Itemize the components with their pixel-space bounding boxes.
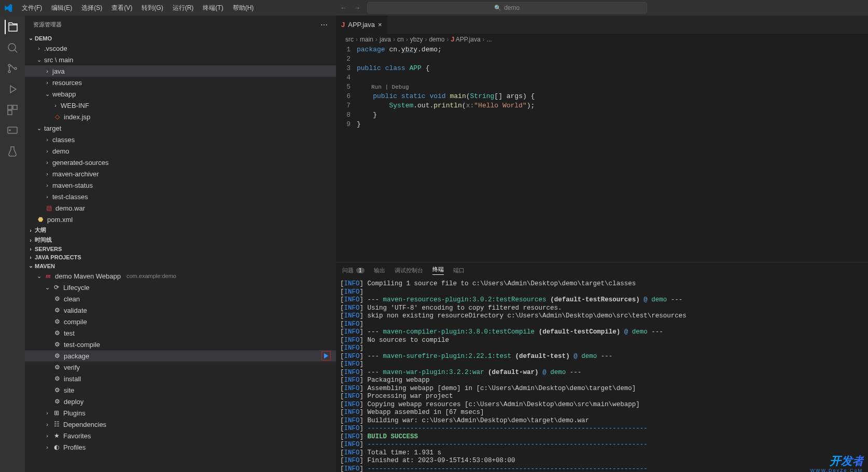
maven-favs[interactable]: ›★Favorites: [25, 430, 336, 441]
maven-phase-validate[interactable]: ⚙validate: [25, 304, 336, 316]
extensions-icon[interactable]: [5, 103, 20, 117]
xml-icon: ⬣: [36, 216, 45, 223]
section-timeline[interactable]: ›时间线: [25, 235, 336, 245]
deps-icon: ☷: [52, 421, 61, 428]
menu-goto[interactable]: 转到(G): [137, 2, 167, 15]
folder-srcmain[interactable]: ⌄src \ main: [25, 54, 336, 65]
lifecycle-icon: ⟳: [52, 284, 61, 291]
svg-rect-4: [8, 105, 12, 109]
maven-phase-package[interactable]: ⚙package: [25, 350, 336, 362]
maven-lifecycle[interactable]: ⌄⟳Lifecycle: [25, 282, 336, 293]
svg-rect-5: [13, 105, 17, 109]
breadcrumb-item[interactable]: ybzy: [410, 36, 423, 43]
folder-demo[interactable]: ›demo: [25, 145, 336, 157]
section-maven[interactable]: ⌄MAVEN: [25, 261, 336, 270]
gear-icon: ⚙: [53, 341, 61, 348]
sidebar: 资源管理器 ⋯ ⌄DEMO ›.vscode ⌄src \ main ›java…: [25, 16, 336, 472]
section-outline[interactable]: ›大纲: [25, 225, 336, 235]
maven-project[interactable]: ⌄mdemo Maven Webappcom.example:demo: [25, 270, 336, 282]
java-icon: J: [341, 21, 345, 29]
breadcrumb-item[interactable]: java: [380, 36, 391, 43]
maven-phase-compile[interactable]: ⚙compile: [25, 316, 336, 327]
menu-terminal[interactable]: 终端(T): [199, 2, 227, 15]
file-pom[interactable]: ⬣pom.xml: [25, 214, 336, 225]
debug-icon[interactable]: [5, 82, 20, 96]
gear-icon: ⚙: [53, 398, 61, 405]
maven-phase-test-compile[interactable]: ⚙test-compile: [25, 339, 336, 350]
tab-appjava[interactable]: J APP.java ×: [336, 16, 388, 34]
file-indexjsp[interactable]: ◇index.jsp: [25, 111, 336, 122]
svg-point-1: [8, 64, 10, 66]
nav-back-icon[interactable]: ←: [340, 4, 347, 12]
search-icon: 🔍: [494, 5, 501, 11]
maven-deps[interactable]: ›☷Dependencies: [25, 419, 336, 430]
folder-archiver[interactable]: ›maven-archiver: [25, 168, 336, 179]
folder-webinf[interactable]: ›WEB-INF: [25, 100, 336, 111]
star-icon: ★: [52, 432, 61, 439]
section-demo[interactable]: ⌄DEMO: [25, 34, 336, 43]
scm-icon[interactable]: [5, 61, 20, 76]
nav-forward-icon[interactable]: →: [354, 4, 361, 12]
panel-terminal[interactable]: 终端: [432, 266, 444, 275]
breadcrumb-item[interactable]: main: [360, 36, 373, 43]
folder-classes[interactable]: ›classes: [25, 134, 336, 145]
close-icon[interactable]: ×: [378, 21, 382, 29]
profile-icon: ◐: [52, 443, 61, 451]
section-servers[interactable]: ›SERVERS: [25, 245, 336, 253]
gear-icon: ⚙: [53, 352, 61, 359]
war-icon: ▤: [45, 204, 53, 212]
breadcrumb-item[interactable]: cn: [397, 36, 404, 43]
breadcrumb-item[interactable]: J APP.java: [451, 36, 480, 43]
panel-tabs: 问题1 输出 调试控制台 终端 端口: [336, 262, 868, 278]
run-button[interactable]: [321, 351, 331, 360]
menu-file[interactable]: 文件(F): [18, 2, 46, 15]
activity-bar: [0, 16, 25, 472]
folder-target[interactable]: ⌄target: [25, 122, 336, 134]
panel-ports[interactable]: 端口: [453, 267, 465, 274]
line-gutter: 123456789: [336, 45, 357, 262]
maven-phase-test[interactable]: ⚙test: [25, 327, 336, 339]
command-center[interactable]: 🔍 demo: [367, 2, 647, 13]
search-activity-icon[interactable]: [5, 40, 20, 55]
testing-icon[interactable]: [5, 144, 20, 159]
file-demowar[interactable]: ▤demo.war: [25, 202, 336, 214]
explorer-icon[interactable]: [5, 20, 19, 34]
folder-generated[interactable]: ›generated-sources: [25, 157, 336, 168]
remote-icon[interactable]: [5, 123, 20, 138]
folder-webapp[interactable]: ⌄webapp: [25, 88, 336, 100]
menu-edit[interactable]: 编辑(E): [47, 2, 76, 15]
maven-phase-install[interactable]: ⚙install: [25, 373, 336, 384]
maven-phase-site[interactable]: ⚙site: [25, 384, 336, 396]
breadcrumb-item[interactable]: demo: [429, 36, 444, 43]
folder-java[interactable]: ›java: [25, 65, 336, 77]
menu-help[interactable]: 帮助(H): [229, 2, 258, 15]
terminal-output[interactable]: [INFO] Compiling 1 source file to c:\Use…: [336, 278, 868, 472]
menu-view[interactable]: 查看(V): [107, 2, 136, 15]
sidebar-more-icon[interactable]: ⋯: [320, 21, 328, 29]
panel-problems[interactable]: 问题1: [342, 267, 365, 274]
folder-vscode[interactable]: ›.vscode: [25, 43, 336, 54]
panel-debugconsole[interactable]: 调试控制台: [395, 267, 423, 274]
menubar: 文件(F) 编辑(E) 选择(S) 查看(V) 转到(G) 运行(R) 终端(T…: [0, 0, 868, 16]
maven-phase-verify[interactable]: ⚙verify: [25, 362, 336, 373]
gear-icon: ⚙: [53, 329, 61, 337]
code-editor[interactable]: 123456789 package cn.ybzy.demo; public c…: [336, 45, 868, 262]
maven-plugins[interactable]: ›⊞Plugins: [25, 407, 336, 419]
menu-select[interactable]: 选择(S): [77, 2, 106, 15]
section-javaprojects[interactable]: ›JAVA PROJECTS: [25, 253, 336, 261]
folder-status[interactable]: ›maven-status: [25, 179, 336, 191]
gear-icon: ⚙: [53, 295, 61, 302]
maven-phase-deploy[interactable]: ⚙deploy: [25, 396, 336, 407]
breadcrumb-item[interactable]: ...: [487, 36, 492, 43]
folder-resources[interactable]: ›resources: [25, 77, 336, 88]
folder-testclasses[interactable]: ›test-classes: [25, 191, 336, 202]
breadcrumb[interactable]: src›main›java›cn›ybzy›demo›J APP.java›..…: [336, 34, 868, 45]
maven-phase-clean[interactable]: ⚙clean: [25, 293, 336, 304]
menu-run[interactable]: 运行(R): [169, 2, 198, 15]
panel-output[interactable]: 输出: [374, 267, 385, 274]
search-placeholder: demo: [504, 4, 520, 11]
maven-profiles[interactable]: ›◐Profiles: [25, 441, 336, 453]
tab-label: APP.java: [348, 21, 375, 29]
svg-point-3: [15, 67, 17, 70]
breadcrumb-item[interactable]: src: [345, 36, 354, 43]
